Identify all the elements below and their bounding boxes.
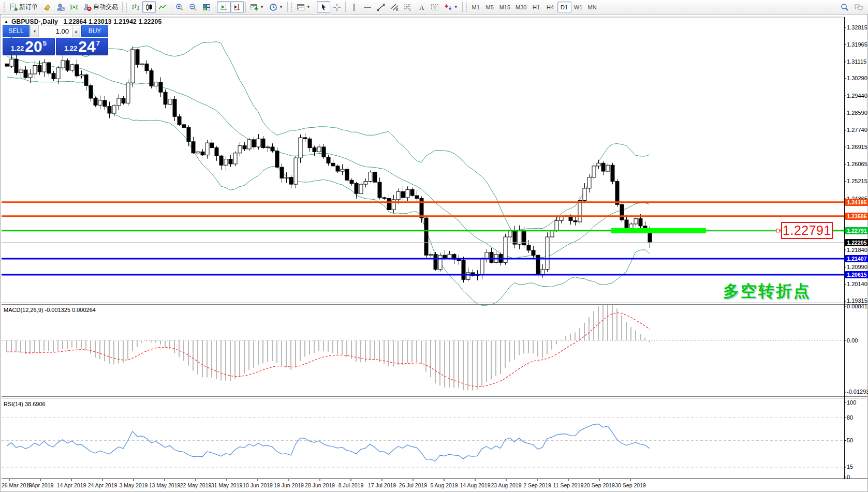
autotrading-icon — [83, 3, 92, 11]
new-chart-button[interactable]: ▼ — [247, 1, 267, 13]
search-button[interactable] — [838, 1, 851, 13]
price-tick: 1.31965 — [847, 41, 868, 48]
fibonacci-tool-button[interactable]: F — [401, 1, 415, 13]
profiles-dropdown-caret[interactable]: ▼ — [279, 5, 283, 9]
line-price-label: 1.24195 — [845, 199, 868, 206]
timeframe-button-d1[interactable]: D1 — [557, 2, 571, 12]
chart-ohlc-values: 1.22864 1.23013 1.21942 1.22205 — [64, 18, 162, 25]
volume-increase-button[interactable]: ▲ — [72, 25, 80, 37]
candlestick-chart-button[interactable] — [142, 1, 156, 13]
timeframe-button-m15[interactable]: M15 — [497, 2, 513, 12]
cursor-tool-button[interactable] — [317, 1, 330, 13]
community-button[interactable] — [54, 1, 67, 13]
macd-tick: 0.008411 — [847, 303, 868, 310]
sell-price-big: 20 — [25, 39, 42, 54]
date-tick-label: 4 Apr 2019 — [27, 482, 54, 488]
bollinger-bands — [7, 36, 650, 305]
chat-button[interactable] — [851, 1, 866, 13]
chart-title: GBPUSD-,Daily 1.22864 1.23013 1.21942 1.… — [11, 18, 161, 25]
line-price-label: 1.23506 — [845, 213, 868, 220]
volume-value[interactable]: 1.00 — [39, 25, 72, 37]
horizontal-line-tool-button[interactable] — [361, 1, 374, 13]
price-tick: 1.31115 — [847, 58, 868, 65]
price-tick: 1.20990 — [847, 264, 868, 271]
price-tick: 1.20140 — [847, 281, 868, 288]
date-tick-label: 20 Sep 2019 — [584, 482, 615, 488]
date-tick-label: 30 Sep 2019 — [615, 482, 646, 488]
sell-price-pip: 5 — [43, 39, 47, 47]
svg-text:E: E — [396, 7, 399, 11]
volume-stepper: ▼ 1.00 ▲ — [31, 25, 80, 37]
new-chart-dropdown-caret[interactable]: ▼ — [260, 5, 264, 9]
text-icon: A — [417, 3, 425, 11]
cn-annotation-text[interactable]: 多空转折点 — [723, 280, 811, 302]
rsi-tick: 15 — [847, 464, 868, 470]
date-tick-label: 19 Jun 2019 — [274, 482, 304, 488]
timeframe-button-m1[interactable]: M1 — [469, 2, 483, 12]
callout-anchor — [776, 229, 779, 232]
search-icon — [841, 3, 849, 11]
price-tick: 1.26915 — [847, 144, 868, 151]
date-tick-label: 10 Jun 2019 — [243, 482, 273, 488]
timeframe-button-w1[interactable]: W1 — [571, 2, 585, 12]
svg-text:T: T — [433, 4, 437, 10]
indicators-dropdown-caret[interactable]: ▼ — [306, 5, 311, 9]
timeframe-button-h1[interactable]: H1 — [529, 2, 543, 12]
vertical-line-icon — [350, 3, 358, 11]
date-tick-label: 5 Aug 2019 — [430, 482, 458, 488]
new-chart-icon — [250, 3, 258, 11]
svg-text:F: F — [409, 8, 411, 11]
profile-icon — [56, 3, 65, 11]
chart-collapse-arrow[interactable]: ▲ — [4, 19, 8, 24]
chart-shift-button[interactable] — [230, 1, 244, 13]
auto-scroll-button[interactable] — [217, 1, 230, 13]
zoom-in-icon — [175, 3, 184, 11]
toolbar-grip — [3, 2, 6, 12]
rsi-tick: 0 — [847, 474, 868, 481]
signals-button[interactable] — [67, 1, 81, 13]
macd-indicator — [2, 305, 844, 390]
macd-label: MACD(12,26,9) -0.001325 0.000264 — [4, 307, 96, 313]
zoom-out-button[interactable] — [186, 1, 200, 13]
candlestick-series — [5, 47, 652, 282]
timeframe-button-mn[interactable]: MN — [585, 2, 599, 12]
price-tick: 1.29440 — [847, 93, 868, 99]
price-callout-box[interactable]: 1.22791 — [781, 222, 833, 239]
tile-windows-button[interactable] — [200, 1, 213, 13]
channel-tool-button[interactable]: E — [388, 1, 401, 13]
new-order-label: 新订单 — [19, 3, 38, 11]
timeframe-button-h4[interactable]: H4 — [543, 2, 557, 12]
line-chart-button[interactable] — [156, 1, 169, 13]
price-tick: 1.26065 — [847, 161, 868, 168]
buy-price-display[interactable]: 1.22 24 7 — [56, 38, 108, 55]
buy-button[interactable]: BUY — [81, 25, 108, 37]
crosshair-tool-button[interactable] — [330, 1, 344, 13]
autotrading-button[interactable]: 自动交易 — [81, 1, 121, 13]
date-tick-label: 17 Jul 2019 — [368, 482, 396, 488]
arrows-dropdown-caret[interactable]: ▼ — [454, 5, 458, 9]
label-tool-button[interactable]: T — [428, 1, 442, 13]
timeframe-button-m30[interactable]: M30 — [513, 2, 529, 12]
sell-button[interactable]: SELL — [3, 25, 30, 37]
candlestick-chart-icon — [145, 3, 153, 11]
trendline-tool-button[interactable] — [374, 1, 388, 13]
styler-button[interactable] — [40, 1, 54, 13]
new-order-button[interactable]: 新订单 — [7, 1, 40, 13]
bar-chart-button[interactable] — [129, 1, 142, 13]
chart-plot[interactable] — [1, 14, 868, 492]
bar-chart-icon — [131, 3, 140, 11]
volume-decrease-button[interactable]: ▼ — [31, 25, 39, 37]
date-tick-label: 24 Apr 2019 — [88, 482, 117, 488]
profiles-button[interactable]: ▼ — [267, 1, 286, 13]
sell-price-display[interactable]: 1.22 20 5 — [3, 38, 55, 55]
date-tick-label: 26 Jul 2019 — [399, 482, 427, 488]
timeframe-button-m5[interactable]: M5 — [483, 2, 497, 12]
fibonacci-icon: F — [404, 3, 412, 11]
macd-tick: -0.012931 — [847, 389, 868, 395]
zoom-in-button[interactable] — [173, 1, 186, 13]
indicators-button[interactable]: ▼ — [294, 1, 313, 13]
text-tool-button[interactable]: A — [415, 1, 428, 13]
vertical-line-tool-button[interactable] — [347, 1, 361, 13]
arrows-tool-button[interactable]: ▼ — [442, 1, 461, 13]
chart-shift-icon — [233, 3, 241, 11]
